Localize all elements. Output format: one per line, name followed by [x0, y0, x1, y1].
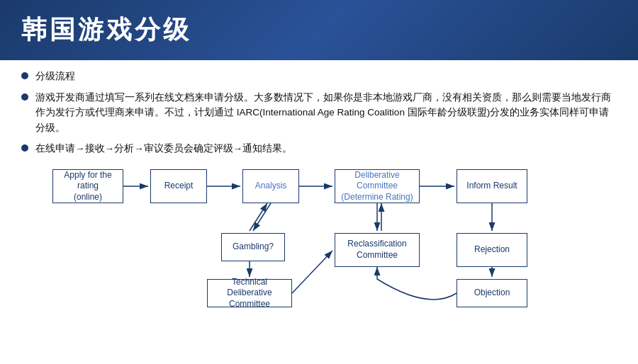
bullet-dot-1 [21, 72, 28, 79]
bullet-dot-2 [21, 93, 28, 101]
flowchart: Apply for the rating(online)ReceiptAnaly… [31, 162, 617, 311]
bullet-item-2: 游戏开发商通过填写一系列在线文档来申请分级。大多数情况下，如果你是非本地游戏厂商… [21, 90, 617, 136]
bullet-text-2: 游戏开发商通过填写一系列在线文档来申请分级。大多数情况下，如果你是非本地游戏厂商… [35, 90, 617, 136]
flow-box-apply: Apply for the rating(online) [52, 169, 123, 203]
content-area: 分级流程 游戏开发商通过填写一系列在线文档来申请分级。大多数情况下，如果你是非本… [0, 60, 638, 318]
bullet-text-1: 分级流程 [35, 69, 617, 84]
flow-box-receipt: Receipt [150, 169, 207, 203]
flow-box-objection: Objection [457, 279, 527, 307]
flow-box-analysis: Analysis [242, 169, 299, 203]
flow-box-deliberative: Deliberative Committee(Determine Rating) [335, 169, 420, 203]
flow-box-gambling: Gambling? [221, 233, 285, 261]
flow-box-technical: Technical DeliberativeCommittee [207, 279, 292, 307]
header: 韩国游戏分级 [0, 0, 638, 60]
page-title: 韩国游戏分级 [21, 13, 191, 47]
svg-line-12 [292, 251, 332, 293]
svg-line-6 [253, 203, 271, 231]
bullet-item-3: 在线申请→接收→分析→审议委员会确定评级→通知结果。 [21, 141, 617, 157]
bullet-item-1: 分级流程 [21, 69, 617, 84]
flow-box-inform: Inform Result [457, 169, 527, 203]
flow-box-reclassification: ReclassificationCommittee [335, 233, 420, 267]
bullet-text-3: 在线申请→接收→分析→审议委员会确定评级→通知结果。 [35, 141, 617, 157]
svg-line-7 [250, 203, 267, 231]
bullet-dot-3 [21, 144, 28, 152]
flow-box-rejection: Rejection [457, 233, 527, 267]
